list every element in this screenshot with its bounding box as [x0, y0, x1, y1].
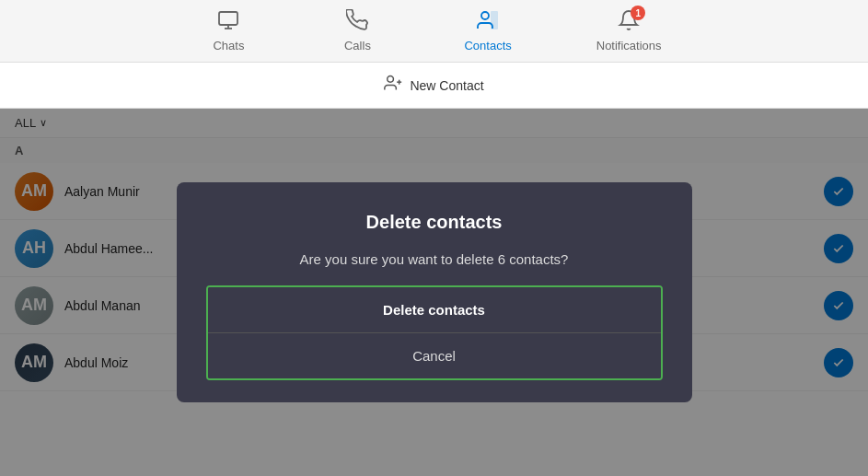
new-contact-bar: New Contact	[0, 63, 868, 109]
contacts-icon	[477, 9, 499, 35]
calls-label: Calls	[344, 39, 371, 52]
calls-icon	[346, 9, 368, 35]
delete-contacts-button[interactable]: Delete contacts	[208, 287, 661, 333]
nav-notifications[interactable]: 1 Notifications	[582, 2, 677, 60]
delete-contacts-modal: Delete contacts Are you sure you want to…	[177, 182, 692, 402]
modal-title: Delete contacts	[366, 212, 503, 233]
svg-rect-0	[219, 12, 237, 25]
new-contact-button[interactable]: New Contact	[384, 74, 483, 97]
notification-badge: 1	[631, 6, 645, 20]
svg-point-3	[481, 12, 489, 19]
modal-message: Are you sure you want to delete 6 contac…	[300, 251, 569, 267]
nav-contacts[interactable]: Contacts	[449, 2, 526, 60]
contacts-label: Contacts	[464, 39, 511, 52]
cancel-button[interactable]: Cancel	[208, 333, 661, 378]
modal-overlay: Delete contacts Are you sure you want to…	[0, 109, 868, 476]
chats-label: Chats	[213, 39, 244, 52]
modal-button-group: Delete contacts Cancel	[206, 285, 663, 380]
nav-calls[interactable]: Calls	[320, 2, 394, 60]
contact-list-area: ALL ∨ A AM Aalyan Munir AH Abdul Hamee..…	[0, 109, 868, 476]
chats-icon	[217, 9, 239, 35]
svg-point-8	[388, 76, 394, 83]
svg-rect-4	[491, 11, 498, 29]
notifications-label: Notifications	[596, 39, 662, 52]
add-person-icon	[384, 74, 402, 97]
new-contact-label: New Contact	[410, 78, 483, 93]
top-navigation: Chats Calls Contacts	[0, 0, 868, 63]
nav-chats[interactable]: Chats	[191, 2, 265, 60]
